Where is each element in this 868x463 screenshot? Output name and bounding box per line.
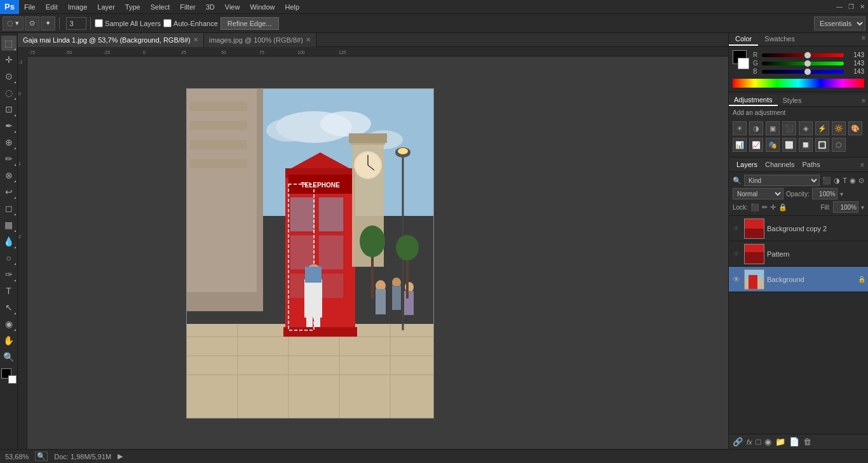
layer-filter-pixel-icon[interactable]: ⬛ [822,177,831,185]
curves-icon[interactable]: ▣ [766,121,780,135]
background-color-box[interactable] [738,58,749,69]
workspace-selector[interactable]: Essentials [814,17,865,30]
type-tool[interactable]: T [1,283,17,299]
green-slider[interactable] [762,62,844,65]
posterize-icon[interactable]: 🔲 [799,138,813,152]
red-slider[interactable] [762,53,844,57]
move-tool[interactable]: ✛ [1,52,17,67]
rectangular-marquee-tool[interactable]: ⬚ [1,36,17,51]
layer-visibility-pattern[interactable]: 👁 [731,249,742,259]
menu-help[interactable]: Help [280,2,305,12]
tab-2-close[interactable]: ✕ [306,36,311,43]
eraser-tool[interactable]: ◻ [1,201,17,216]
menu-3d[interactable]: 3D [201,2,220,12]
blue-slider[interactable] [762,70,844,74]
lock-position-icon[interactable]: ✏ [762,203,768,211]
layers-tab[interactable]: Layers [733,159,761,170]
color-panel-collapse[interactable]: ≡ [859,33,868,46]
layer-visibility-bg-copy2[interactable]: 👁 [731,224,742,234]
layer-item-bg-copy2[interactable]: 👁 Background copy 2 [729,216,868,241]
vibrance-icon[interactable]: ◈ [799,121,813,135]
lasso-tool[interactable]: ⊙ [1,69,17,84]
lock-all-icon[interactable]: 🔒 [778,203,787,211]
menu-file[interactable]: File [19,2,41,12]
brush-options-btn[interactable]: ⊙ [25,17,39,30]
brightness-contrast-icon[interactable]: ☀ [733,121,747,135]
pen-tool[interactable]: ✑ [1,267,17,282]
brush-size-input[interactable] [66,17,86,30]
adjustments-tab[interactable]: Adjustments [729,95,778,106]
quick-selection-tool[interactable]: ◌ [1,85,17,100]
delete-layer-icon[interactable]: 🗑 [803,437,811,446]
channels-tab[interactable]: Channels [761,159,798,170]
eyedropper-tool[interactable]: ✒ [1,118,17,133]
layer-item-background[interactable]: 👁 Background 🔒 [729,267,868,292]
menu-filter[interactable]: Filter [175,2,200,12]
swatches-tab[interactable]: Swatches [758,33,801,46]
layer-filter-adj-icon[interactable]: ◑ [834,177,840,185]
sample-all-layers-checkbox[interactable] [95,19,103,27]
threshold-icon[interactable]: 🔳 [815,138,829,152]
layer-effects-icon[interactable]: fx [747,438,752,446]
menu-edit[interactable]: Edit [41,2,63,12]
background-color-swatch[interactable] [8,375,17,384]
dodge-tool[interactable]: ○ [1,250,17,265]
color-balance-icon[interactable]: 🔆 [832,121,846,135]
path-selection-tool[interactable]: ↖ [1,300,17,315]
levels-icon[interactable]: ◑ [749,121,763,135]
auto-enhance-checkbox[interactable] [163,19,172,27]
hue-saturation-icon[interactable]: ⚡ [815,121,829,135]
paths-tab[interactable]: Paths [799,159,824,170]
gradient-tool[interactable]: ▦ [1,217,17,232]
sample-all-layers-label[interactable]: Sample All Layers [95,19,161,27]
menu-type[interactable]: Type [120,2,146,12]
exposure-icon[interactable]: ⬛ [782,121,796,135]
lock-pixel-icon[interactable]: ⬛ [750,203,759,211]
link-layers-icon[interactable]: 🔗 [733,437,743,446]
fill-input[interactable] [833,201,858,213]
brush-mode-btn[interactable]: ✦ [41,17,55,30]
clone-stamp-tool[interactable]: ⊗ [1,168,17,183]
opacity-input[interactable] [812,188,837,199]
close-button[interactable]: ✕ [857,1,868,13]
shape-tool[interactable]: ◉ [1,316,17,332]
history-brush-tool[interactable]: ↩ [1,184,17,199]
add-mask-icon[interactable]: □ [756,437,761,446]
tab-document-2[interactable]: images.jpg @ 100% (RGB/8#) ✕ [204,33,316,47]
new-adjustment-icon[interactable]: ◉ [764,437,771,446]
photo-filter-icon[interactable]: 📊 [733,138,747,152]
menu-select[interactable]: Select [146,2,175,12]
lock-move-icon[interactable]: ✛ [770,203,776,211]
minimize-button[interactable]: — [834,1,845,13]
color-lookup-icon[interactable]: 🎭 [766,138,780,152]
blur-tool[interactable]: 💧 [1,234,17,249]
adj-panel-collapse[interactable]: ≡ [859,96,868,105]
menu-view[interactable]: View [220,2,245,12]
color-spectrum-bar[interactable] [733,79,864,88]
black-white-icon[interactable]: 🎨 [848,121,862,135]
layer-item-pattern[interactable]: 👁 Pattern [729,241,868,267]
color-tab[interactable]: Color [729,33,758,46]
hand-tool[interactable]: ✋ [1,333,17,348]
tab-document-1[interactable]: Gaja mai Linda 1.jpg @ 53,7% (Background… [18,33,204,47]
color-swatch[interactable] [1,368,17,384]
blend-mode-select[interactable]: Normal Multiply Screen [733,188,783,199]
fill-stepper[interactable]: ▾ [861,204,864,211]
gradient-map-icon[interactable]: ⬡ [832,138,846,152]
new-layer-icon[interactable]: 📄 [789,437,799,446]
crop-tool[interactable]: ⊡ [1,102,17,117]
layer-filter-shape-icon[interactable]: ◉ [850,177,856,185]
auto-enhance-label[interactable]: Auto-Enhance [163,19,218,27]
healing-brush-tool[interactable]: ⊕ [1,135,17,150]
brush-preset-picker[interactable]: ◌ ▾ [3,17,24,30]
invert-icon[interactable]: ⬜ [782,138,796,152]
layer-visibility-background[interactable]: 👁 [731,274,742,285]
refine-edge-button[interactable]: Refine Edge... [220,17,279,30]
tab-1-close[interactable]: ✕ [193,36,198,43]
new-group-icon[interactable]: 📁 [775,437,785,446]
layer-filter-smart-icon[interactable]: ⊙ [858,177,864,185]
layer-filter-type-icon[interactable]: T [843,177,847,184]
zoom-tool[interactable]: 🔍 [1,349,17,365]
menu-window[interactable]: Window [245,2,280,12]
opacity-stepper[interactable]: ▾ [840,191,843,198]
